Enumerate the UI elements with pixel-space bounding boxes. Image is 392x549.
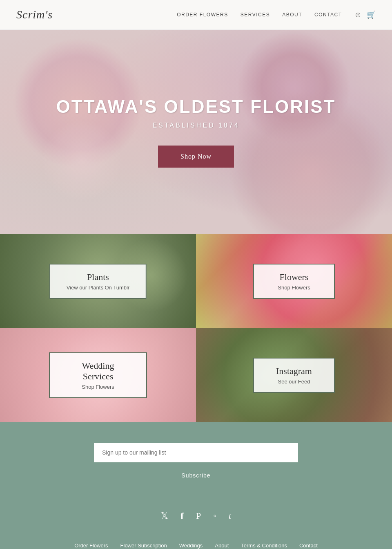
wedding-card: Wedding Services Shop Flowers [49,352,147,398]
footer-link-order-flowers[interactable]: Order Flowers [74,542,108,549]
nav-icons: ☺ 🛒 [354,10,376,19]
plants-subtitle: View our Plants On Tumblr [67,285,129,291]
nav-about[interactable]: ABOUT [282,12,302,18]
grid-cell-instagram[interactable]: Instagram See our Feed [196,328,392,422]
nav-contact[interactable]: CONTACT [314,12,342,18]
footer-link-weddings[interactable]: Weddings [179,542,203,549]
tumblr-icon[interactable]: t [229,511,231,522]
newsletter-email-input[interactable] [94,443,298,462]
site-header: Scrim's ORDER FLOWERS SERVICES ABOUT CON… [0,0,392,30]
main-nav: ORDER FLOWERS SERVICES ABOUT CONTACT ☺ 🛒 [177,10,376,19]
pinterest-icon[interactable]: P [196,511,201,522]
grid-cell-plants[interactable]: Plants View our Plants On Tumblr [0,234,196,328]
flowers-subtitle: Shop Flowers [270,285,318,291]
newsletter-section: Subscribe [0,422,392,502]
hero-section: OTTAWA'S OLDEST FLORIST ESTABLISHED 1874… [0,30,392,234]
wedding-title: Wedding Services [66,361,130,382]
social-bar: 𝕏 f P ◦ t [0,502,392,534]
nav-order-flowers[interactable]: ORDER FLOWERS [177,12,228,18]
facebook-icon[interactable]: f [180,511,184,522]
instagram-title: Instagram [270,366,318,376]
grid-cell-flowers[interactable]: Flowers Shop Flowers [196,234,392,328]
instagram-subtitle: See our Feed [270,379,318,385]
plants-card: Plants View our Plants On Tumblr [49,264,147,299]
flowers-title: Flowers [270,272,318,282]
grid-cell-wedding[interactable]: Wedding Services Shop Flowers [0,328,196,422]
footer-link-terms[interactable]: Terms & Conditions [241,542,287,549]
site-logo[interactable]: Scrim's [16,8,53,21]
shop-now-button[interactable]: Shop Now [158,146,234,168]
flowers-card: Flowers Shop Flowers [253,264,335,299]
nav-services[interactable]: SERVICES [241,12,270,18]
instagram-icon[interactable]: ◦ [213,511,216,522]
hero-subtitle: ESTABLISHED 1874 [56,122,336,129]
plants-title: Plants [67,272,129,282]
wedding-subtitle: Shop Flowers [66,384,130,390]
user-icon[interactable]: ☺ [354,11,362,19]
category-grid: Plants View our Plants On Tumblr Flowers… [0,234,392,422]
subscribe-button[interactable]: Subscribe [181,469,210,482]
newsletter-form [94,443,298,462]
instagram-card: Instagram See our Feed [253,358,335,393]
footer-nav: Order Flowers Flower Subscription Weddin… [0,534,392,549]
twitter-icon[interactable]: 𝕏 [161,511,168,522]
hero-title: OTTAWA'S OLDEST FLORIST [56,96,336,117]
footer-link-contact[interactable]: Contact [299,542,318,549]
footer-link-flower-subscription[interactable]: Flower Subscription [120,542,167,549]
footer-link-about[interactable]: About [215,542,229,549]
cart-icon[interactable]: 🛒 [367,10,376,19]
hero-content: OTTAWA'S OLDEST FLORIST ESTABLISHED 1874… [56,96,336,168]
